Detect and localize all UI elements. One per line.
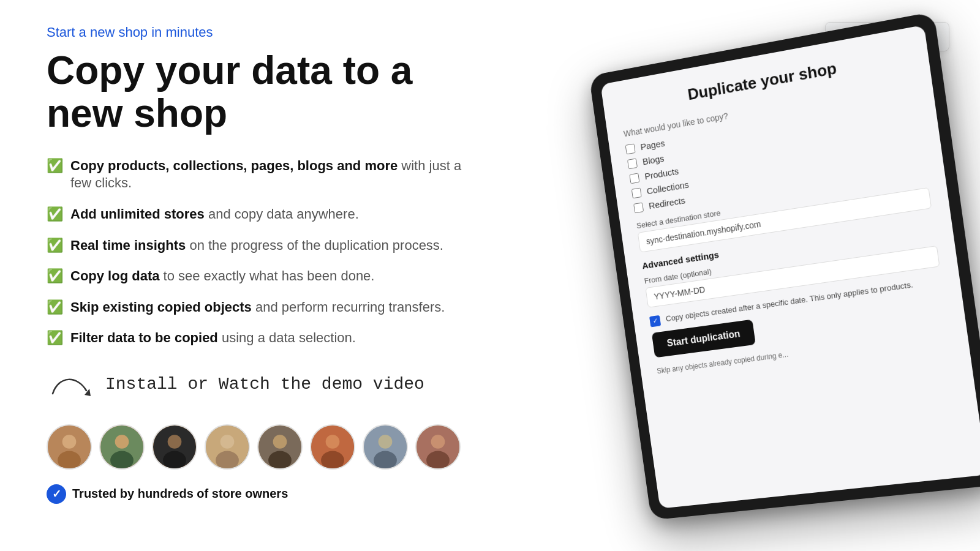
- main-heading: Copy your data to a new shop: [47, 49, 475, 135]
- svg-point-17: [326, 435, 340, 449]
- svg-point-20: [379, 435, 393, 449]
- check-icon-4: ✅: [47, 268, 63, 285]
- check-icon-2: ✅: [47, 206, 63, 223]
- checkbox-pages-label: Pages: [640, 138, 666, 152]
- checkbox-collections-input[interactable]: [631, 187, 642, 198]
- feature-item-2: ✅ Add unlimited stores and copy data any…: [47, 206, 475, 223]
- tagline: Start a new shop in minutes: [47, 24, 475, 40]
- check-icon-6: ✅: [47, 329, 63, 347]
- feature-text-2: Add unlimited stores and copy data anywh…: [70, 206, 359, 223]
- checkbox-blogs-input[interactable]: [627, 158, 638, 169]
- avatar-3: [152, 424, 197, 470]
- svg-point-18: [321, 451, 344, 470]
- feature-item-6: ✅ Filter data to be copied using a data …: [47, 329, 475, 347]
- feature-text-3: Real time insights on the progress of th…: [70, 237, 443, 255]
- svg-point-6: [110, 451, 134, 470]
- avatar-4: [205, 424, 250, 470]
- checkbox-pages-input[interactable]: [625, 143, 636, 154]
- svg-point-24: [426, 451, 450, 470]
- checkbox-products-input[interactable]: [629, 173, 639, 184]
- start-duplication-button[interactable]: Start duplication: [652, 320, 756, 358]
- trusted-badge: ✓ Trusted by hundreds of store owners: [47, 484, 475, 504]
- feature-text-1: Copy products, collections, pages, blogs…: [70, 157, 475, 192]
- avatar-2: [99, 424, 145, 470]
- svg-point-5: [115, 435, 129, 449]
- tablet-body: Duplicate your shop What would you like …: [589, 12, 980, 520]
- svg-point-8: [168, 435, 182, 449]
- svg-point-2: [62, 435, 77, 449]
- demo-section: Install or Watch the demo video: [47, 369, 475, 400]
- avatars-row: [47, 424, 475, 470]
- feature-text-6: Filter data to be copied using a data se…: [70, 329, 356, 347]
- avatar-1: [47, 424, 92, 470]
- avatar-7: [363, 424, 408, 470]
- svg-point-11: [221, 435, 235, 449]
- arrow-icon: [47, 369, 96, 400]
- svg-point-9: [163, 451, 186, 470]
- avatar-8: [415, 424, 461, 470]
- check-icon-3: ✅: [47, 237, 63, 255]
- tablet-screen: Duplicate your shop What would you like …: [600, 25, 980, 509]
- svg-point-3: [58, 451, 81, 470]
- feature-item-1: ✅ Copy products, collections, pages, blo…: [47, 157, 475, 192]
- features-list: ✅ Copy products, collections, pages, blo…: [47, 157, 475, 347]
- svg-point-21: [374, 451, 397, 470]
- svg-point-12: [216, 451, 239, 470]
- demo-text: Install or Watch the demo video: [105, 375, 424, 394]
- feature-text-5: Skip existing copied objects and perform…: [70, 299, 445, 317]
- left-content: Start a new shop in minutes Copy your da…: [47, 24, 475, 504]
- checkbox-redirects-input[interactable]: [633, 202, 644, 213]
- svg-point-15: [268, 451, 292, 470]
- svg-point-14: [273, 435, 287, 449]
- checkbox-products-label: Products: [644, 166, 679, 182]
- svg-point-23: [431, 435, 445, 449]
- tablet-mockup: Duplicate your shop What would you like …: [612, 37, 980, 539]
- verified-icon: ✓: [47, 484, 66, 504]
- feature-text-4: Copy log data to see exactly what has be…: [70, 268, 374, 285]
- trusted-text: Trusted by hundreds of store owners: [72, 487, 288, 501]
- skip-check-icon: ✓: [649, 315, 661, 328]
- checkbox-redirects-label: Redirects: [648, 195, 686, 211]
- checkbox-collections-label: Collections: [646, 179, 690, 197]
- feature-item-4: ✅ Copy log data to see exactly what has …: [47, 268, 475, 285]
- feature-item-5: ✅ Skip existing copied objects and perfo…: [47, 299, 475, 317]
- tablet-outer: Duplicate your shop What would you like …: [589, 0, 980, 551]
- avatar-6: [310, 424, 355, 470]
- checkbox-blogs-label: Blogs: [642, 153, 665, 167]
- avatar-5: [257, 424, 303, 470]
- check-icon-1: ✅: [47, 157, 63, 175]
- feature-item-3: ✅ Real time insights on the progress of …: [47, 237, 475, 255]
- check-icon-5: ✅: [47, 299, 63, 317]
